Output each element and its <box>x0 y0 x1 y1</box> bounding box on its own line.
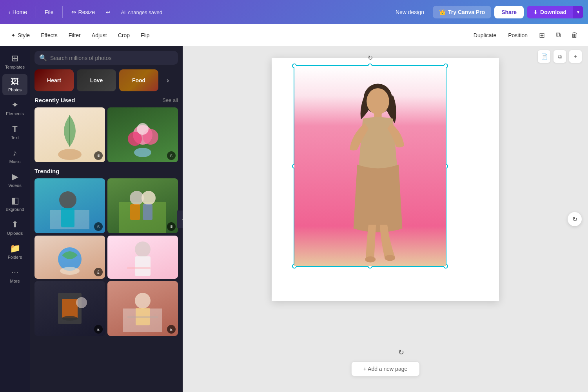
trending-title: Trending <box>34 168 59 174</box>
style-button[interactable]: ✦ Style <box>6 30 34 41</box>
trending-photo-5[interactable]: £ <box>34 281 105 336</box>
text-label: Text <box>11 135 19 140</box>
svg-point-25 <box>135 293 151 309</box>
recently-used-title: Recently Used <box>34 97 75 103</box>
notes-button[interactable]: 📄 <box>538 50 550 63</box>
trending-photo-3[interactable]: £ <box>34 236 105 279</box>
recent-photo-1[interactable]: ♛ <box>34 107 105 162</box>
download-button[interactable]: ⬇ Download <box>527 6 573 18</box>
file-button[interactable]: File <box>41 7 58 18</box>
new-design-button[interactable]: New design <box>390 6 430 18</box>
try-pro-button[interactable]: 👑 Try Canva Pro <box>433 6 491 18</box>
sidebar-item-more[interactable]: ··· More <box>2 264 27 287</box>
sidebar-item-folders[interactable]: 📁 Folders <box>2 240 27 263</box>
sidebar-item-uploads[interactable]: ⬆ Uploads <box>2 216 27 239</box>
sidebar-item-photos[interactable]: 🖼 Photos <box>2 74 27 95</box>
svg-point-32 <box>385 255 395 261</box>
text-icon: T <box>12 124 17 134</box>
trending-photo-5-badge: £ <box>94 325 103 334</box>
refresh-button[interactable]: ↻ <box>568 212 582 226</box>
search-input[interactable] <box>50 55 173 61</box>
trending-photo-6[interactable]: £ <box>107 281 178 336</box>
uploads-label: Uploads <box>7 231 23 236</box>
background-icon: ◧ <box>11 196 19 206</box>
chip-food-label: Food <box>132 77 145 83</box>
trending-photo-6-badge: £ <box>167 325 176 334</box>
adjust-button[interactable]: Adjust <box>87 30 112 41</box>
more-icon: ··· <box>11 267 18 278</box>
crown-icon: 👑 <box>439 9 446 15</box>
sidebar-item-elements[interactable]: ✦ Elements <box>2 97 27 119</box>
copy-icon: ⧉ <box>556 31 561 39</box>
category-more[interactable]: › <box>162 69 174 91</box>
trending-photo-1[interactable]: £ <box>34 178 105 233</box>
undo-button[interactable]: ↩ <box>102 7 114 18</box>
sidebar-item-background[interactable]: ◧ Bkground <box>2 192 27 215</box>
resize-label: Resize <box>78 9 95 15</box>
see-all-link[interactable]: See all <box>162 97 178 103</box>
sidebar-item-videos[interactable]: ▶ Videos <box>2 169 27 191</box>
effects-button[interactable]: Effects <box>36 30 62 41</box>
sidebar-item-text[interactable]: T Text <box>2 121 27 143</box>
effects-label: Effects <box>41 32 58 38</box>
chevron-right-icon: › <box>167 76 169 85</box>
copy-page-icon: ⧉ <box>558 53 562 60</box>
rotate-handle-bottom[interactable]: ↻ <box>398 348 404 357</box>
copy-page-button[interactable]: ⧉ <box>554 50 566 63</box>
background-label: Bkground <box>5 207 24 212</box>
position-button[interactable]: Position <box>503 30 532 41</box>
resize-button[interactable]: ⇔ Resize <box>67 6 99 18</box>
add-page-button[interactable]: + Add a new page <box>351 361 420 376</box>
trending-photo-2-badge: ♛ <box>167 222 176 231</box>
templates-icon: ⊞ <box>11 53 18 64</box>
download-icon: ⬇ <box>533 9 538 15</box>
photos-icon: 🖼 <box>11 77 19 86</box>
undo-icon: ↩ <box>106 9 111 15</box>
canvas-image <box>294 66 446 266</box>
duplicate-button[interactable]: Duplicate <box>469 30 501 41</box>
crop-button[interactable]: Crop <box>113 30 134 41</box>
category-love[interactable]: Love <box>77 69 116 91</box>
trending-photo-2[interactable]: ♛ <box>107 178 178 233</box>
category-heart[interactable]: Heart <box>34 69 74 91</box>
svg-point-0 <box>58 149 82 160</box>
selected-image-container[interactable]: ↻ <box>294 65 446 267</box>
search-bar[interactable]: 🔍 <box>34 51 178 65</box>
collapse-panel-button[interactable]: ‹ <box>177 211 183 228</box>
svg-point-12 <box>142 191 156 205</box>
svg-point-16 <box>60 267 80 275</box>
trending-photo-4[interactable] <box>107 236 178 279</box>
svg-point-8 <box>59 191 76 209</box>
side-toolbar: ↻ <box>568 212 582 226</box>
home-label: Home <box>13 9 27 15</box>
refresh-icon: ↻ <box>572 216 577 223</box>
download-caret-button[interactable]: ▾ <box>573 6 583 18</box>
flip-button[interactable]: Flip <box>136 30 154 41</box>
canvas-wrapper: ↻ <box>272 58 499 301</box>
add-page-top-button[interactable]: + <box>569 50 582 63</box>
svg-rect-19 <box>127 267 151 269</box>
delete-button[interactable]: 🗑 <box>568 28 582 42</box>
photos-panel: 🔍 Heart Love Food › <box>30 46 183 392</box>
grid-view-button[interactable]: ⊞ <box>535 28 549 42</box>
canvas-top-controls: 📄 ⧉ + <box>538 50 582 63</box>
search-icon: 🔍 <box>39 54 47 62</box>
trending-photo-3-badge: £ <box>94 268 103 276</box>
share-button[interactable]: Share <box>494 6 524 18</box>
nav-divider-1 <box>36 6 36 18</box>
filter-button[interactable]: Filter <box>64 30 85 41</box>
category-food[interactable]: Food <box>119 69 158 91</box>
file-label: File <box>45 9 54 15</box>
sidebar-item-music[interactable]: ♪ Music <box>2 145 27 167</box>
music-icon: ♪ <box>13 148 17 158</box>
rotate-handle-top[interactable]: ↻ <box>368 54 373 62</box>
resize-icon: ⇔ <box>71 9 76 16</box>
svg-point-5 <box>137 123 149 135</box>
svg-point-31 <box>365 256 376 262</box>
sidebar-item-templates[interactable]: ⊞ Templates <box>2 50 27 73</box>
uploads-icon: ⬆ <box>11 220 18 230</box>
home-button[interactable]: ‹ Home <box>5 7 31 18</box>
recent-photo-2[interactable]: £ <box>107 107 178 162</box>
copy-button[interactable]: ⧉ <box>551 28 565 42</box>
category-row: Heart Love Food › <box>34 69 178 91</box>
